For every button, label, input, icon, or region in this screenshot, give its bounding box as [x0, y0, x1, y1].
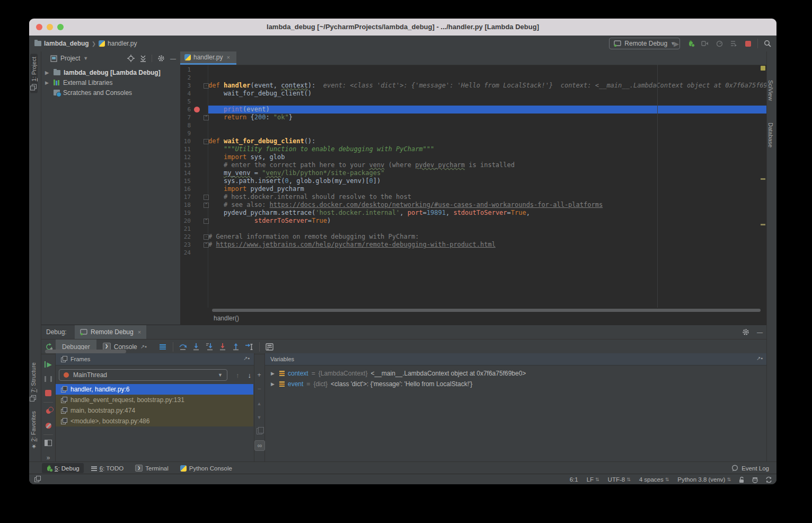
- gutter-line[interactable]: 1: [180, 66, 208, 74]
- popout-icon[interactable]: ↗▪: [243, 355, 250, 361]
- code-line[interactable]: """Utility function to enable debugging …: [208, 145, 767, 153]
- stop-button[interactable]: [743, 39, 753, 48]
- chevron-right-icon[interactable]: ▶: [271, 381, 276, 387]
- fold-marker-icon[interactable]: -: [204, 83, 209, 89]
- fold-marker-icon[interactable]: -: [204, 234, 209, 240]
- step-into-button[interactable]: [192, 342, 201, 351]
- frame-row[interactable]: handle_event_request, bootstrap.py:131: [56, 395, 253, 405]
- gutter-line[interactable]: 7^: [180, 114, 208, 121]
- tool-stripe-button-project[interactable]: 1: Project: [30, 54, 38, 93]
- attach-to-process-button[interactable]: [700, 39, 710, 48]
- code-line[interactable]: # https://www.jetbrains.com/help/pycharm…: [208, 241, 767, 249]
- run-config-select[interactable]: Remote Debug ▼: [609, 38, 680, 49]
- locate-file-icon[interactable]: [127, 55, 135, 62]
- close-session-icon[interactable]: ×: [138, 329, 141, 335]
- fold-marker-icon[interactable]: -: [204, 195, 209, 200]
- code-line[interactable]: [208, 129, 767, 137]
- project-tree-item[interactable]: Scratches and Consoles: [41, 88, 180, 98]
- fold-marker-icon[interactable]: ^: [204, 203, 209, 208]
- debug-button[interactable]: [686, 39, 695, 48]
- move-down-button[interactable]: ▼: [254, 413, 264, 422]
- run-to-cursor-button[interactable]: [245, 342, 254, 351]
- frame-row[interactable]: handler, handler.py:6: [56, 384, 253, 395]
- code-line[interactable]: # see also: https://docs.docker.com/desk…: [208, 201, 767, 209]
- breakpoint-icon[interactable]: [194, 107, 200, 112]
- hide-panel-icon[interactable]: —: [170, 55, 176, 62]
- code-line[interactable]: my_venv = "venv/lib/python*/site-package…: [208, 169, 767, 177]
- show-execution-point-button[interactable]: [158, 342, 167, 351]
- tool-stripe-button-database[interactable]: Database: [767, 114, 774, 147]
- gutter-line[interactable]: 23^: [180, 241, 208, 249]
- resume-button[interactable]: ▶: [43, 360, 53, 369]
- gutter-line[interactable]: 3-: [180, 82, 208, 90]
- code-line[interactable]: [208, 74, 767, 82]
- chevron-right-icon[interactable]: ▶: [271, 371, 276, 376]
- step-out-button[interactable]: [232, 342, 241, 351]
- next-frame-button[interactable]: ↓: [248, 371, 252, 379]
- code-line[interactable]: [208, 225, 767, 233]
- gutter-line[interactable]: 24: [180, 249, 208, 257]
- code-line[interactable]: # General information on remote debuggin…: [208, 233, 767, 241]
- debug-session-tab[interactable]: Remote Debug ×: [75, 325, 146, 339]
- code-area[interactable]: def handler(event, context): event: <cla…: [208, 65, 767, 308]
- gutter-line[interactable]: 10-: [180, 137, 208, 145]
- hide-panel-icon[interactable]: —: [757, 329, 763, 335]
- fold-marker-icon[interactable]: ^: [204, 242, 209, 248]
- tool-button-debug[interactable]: 5: Debug: [42, 463, 84, 473]
- gutter-line[interactable]: 19: [180, 209, 208, 217]
- code-line[interactable]: [208, 121, 767, 129]
- gutter-line[interactable]: 15: [180, 177, 208, 185]
- gutter-line[interactable]: 17-: [180, 193, 208, 201]
- event-log-button[interactable]: Event Log: [731, 465, 769, 472]
- code-line[interactable]: [208, 66, 767, 74]
- fold-marker-icon[interactable]: ^: [204, 115, 209, 120]
- step-over-button[interactable]: [179, 342, 188, 351]
- gutter-line[interactable]: 2: [180, 74, 208, 82]
- status-item-lf[interactable]: LF⇅: [587, 476, 599, 483]
- status-item-utf8[interactable]: UTF-8⇅: [608, 476, 631, 483]
- breadcrumb-file[interactable]: handler.py: [108, 40, 137, 47]
- stop-button[interactable]: [43, 388, 53, 398]
- popout-icon[interactable]: ↗▪: [756, 355, 763, 361]
- show-watches-toggle[interactable]: ∞: [254, 440, 265, 451]
- editor-tab-handler-py[interactable]: handler.py ×: [180, 51, 236, 65]
- tool-window-switcher-icon[interactable]: [34, 476, 40, 482]
- code-line[interactable]: # enter the correct path here to your ve…: [208, 161, 767, 169]
- gutter-line[interactable]: 5: [180, 98, 208, 106]
- thread-selector[interactable]: MainThread ▼: [59, 369, 227, 381]
- view-breakpoints-button[interactable]: [43, 406, 53, 416]
- code-line[interactable]: # host.docker.internal should resolve to…: [208, 193, 767, 201]
- project-panel-title[interactable]: Project: [60, 55, 80, 62]
- tool-stripe-button-favorites[interactable]: ★2: Favorites: [30, 411, 37, 450]
- gutter-line[interactable]: 11: [180, 145, 208, 153]
- tool-button-todo[interactable]: 6: TODO: [87, 463, 128, 473]
- variable-row[interactable]: ▶context={LambdaContext}<__main__.Lambda…: [265, 368, 767, 379]
- code-line[interactable]: def wait_for_debug_client():: [208, 137, 767, 145]
- run-button[interactable]: ▶: [672, 39, 681, 48]
- tool-stripe-button-sciview[interactable]: SciView: [767, 72, 774, 101]
- code-line[interactable]: print(event): [208, 106, 767, 114]
- tool-stripe-button-structure[interactable]: 7: Structure: [30, 362, 37, 401]
- move-up-button[interactable]: ▲: [254, 399, 264, 408]
- code-line[interactable]: return {200: "ok"}: [208, 114, 767, 121]
- project-tree-item[interactable]: ▶External Libraries: [41, 77, 180, 88]
- evaluate-expression-button[interactable]: [265, 342, 274, 351]
- gutter-line[interactable]: 4: [180, 90, 208, 98]
- gear-icon[interactable]: [742, 328, 749, 336]
- running-processes-button[interactable]: [729, 39, 738, 48]
- inspections-profile-icon[interactable]: [752, 476, 758, 483]
- remove-watch-button[interactable]: −: [254, 384, 264, 394]
- warning-stripe-marker[interactable]: [761, 66, 765, 71]
- force-step-into-button[interactable]: [218, 342, 227, 351]
- gear-icon[interactable]: [157, 55, 165, 62]
- fold-marker-icon[interactable]: -: [204, 139, 209, 144]
- typo-stripe-marker[interactable]: [761, 178, 765, 180]
- tool-button-terminal[interactable]: ❯Terminal: [131, 463, 172, 473]
- variable-row[interactable]: ▶event={dict}<class 'dict'>: {'message':…: [265, 379, 767, 389]
- gutter-line[interactable]: 13: [180, 161, 208, 169]
- gutter-line[interactable]: 12: [180, 153, 208, 161]
- pause-button[interactable]: [43, 374, 53, 383]
- add-watch-button[interactable]: +: [254, 370, 264, 380]
- gutter-line[interactable]: 8: [180, 121, 208, 129]
- gutter-line[interactable]: 6: [180, 106, 208, 114]
